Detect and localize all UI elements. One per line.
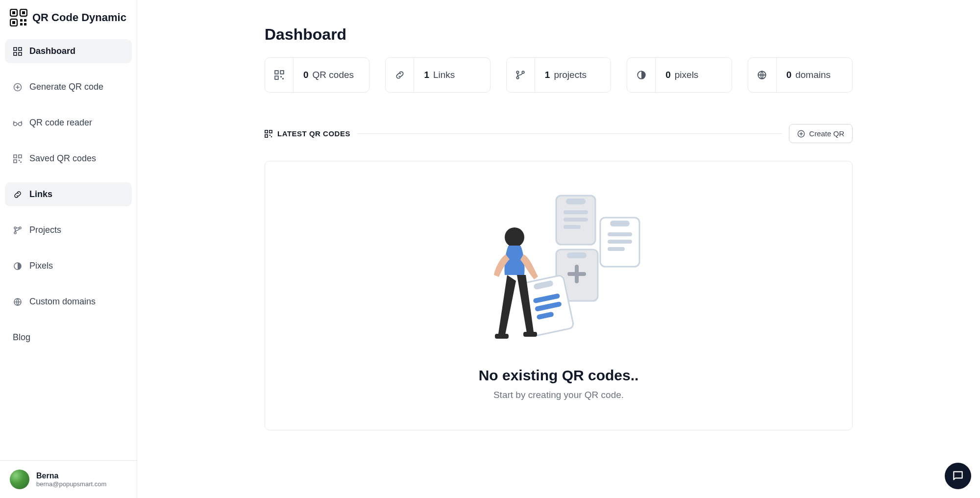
svg-rect-40 bbox=[270, 134, 270, 135]
stat-card-domains[interactable]: 0 domains bbox=[748, 57, 853, 93]
svg-rect-61 bbox=[495, 334, 509, 339]
svg-rect-31 bbox=[282, 78, 284, 79]
stat-label: pixels bbox=[675, 70, 699, 80]
sidebar-item-label: Projects bbox=[29, 225, 61, 235]
glasses-icon bbox=[13, 118, 23, 128]
contrast-icon bbox=[13, 261, 23, 271]
contrast-icon bbox=[627, 58, 656, 92]
user-email: berna@popupsmart.com bbox=[36, 480, 106, 488]
empty-state-card: No existing QR codes.. Start by creating… bbox=[265, 161, 853, 430]
sidebar-item-label: Blog bbox=[13, 332, 30, 343]
stat-value: 0 bbox=[786, 70, 792, 80]
svg-rect-45 bbox=[564, 210, 588, 214]
sidebar-item-generate-qr[interactable]: Generate QR code bbox=[5, 75, 132, 99]
sidebar-item-blog[interactable]: Blog bbox=[5, 325, 132, 349]
logo[interactable]: QR Code Dynamic bbox=[0, 0, 137, 35]
sidebar-item-pixels[interactable]: Pixels bbox=[5, 254, 132, 278]
sidebar-item-custom-domains[interactable]: Custom domains bbox=[5, 290, 132, 314]
chat-widget-button[interactable] bbox=[945, 463, 971, 489]
svg-rect-8 bbox=[20, 23, 23, 25]
svg-rect-7 bbox=[24, 19, 26, 22]
stat-value: 0 bbox=[303, 70, 309, 80]
logo-icon bbox=[10, 9, 27, 26]
stat-label: projects bbox=[554, 70, 587, 80]
logo-text: QR Code Dynamic bbox=[32, 11, 126, 24]
main-content: Dashboard 0 QR codes 1 Links bbox=[137, 0, 980, 498]
svg-rect-11 bbox=[19, 48, 22, 50]
svg-rect-49 bbox=[610, 221, 630, 226]
empty-state-illustration bbox=[470, 181, 647, 357]
svg-rect-50 bbox=[608, 232, 632, 236]
sidebar: QR Code Dynamic Dashboard Generate QR co… bbox=[0, 0, 137, 498]
stat-card-links[interactable]: 1 Links bbox=[385, 57, 490, 93]
svg-rect-20 bbox=[19, 160, 20, 161]
svg-rect-47 bbox=[564, 225, 581, 229]
branch-icon bbox=[507, 58, 535, 92]
stat-card-pixels[interactable]: 0 pixels bbox=[627, 57, 732, 93]
stat-card-qr-codes[interactable]: 0 QR codes bbox=[265, 57, 369, 93]
svg-rect-41 bbox=[271, 136, 272, 137]
svg-rect-52 bbox=[608, 247, 625, 251]
svg-rect-37 bbox=[265, 130, 268, 132]
avatar bbox=[10, 470, 29, 489]
stat-value: 0 bbox=[665, 70, 671, 80]
svg-rect-46 bbox=[564, 218, 588, 222]
svg-point-23 bbox=[14, 232, 16, 234]
stats-row: 0 QR codes 1 Links 1 projects bbox=[265, 57, 853, 93]
svg-rect-62 bbox=[523, 332, 537, 337]
svg-rect-54 bbox=[567, 252, 587, 258]
stat-card-projects[interactable]: 1 projects bbox=[506, 57, 611, 93]
sidebar-item-qr-reader[interactable]: QR code reader bbox=[5, 111, 132, 135]
create-qr-label: Create QR bbox=[809, 129, 844, 138]
empty-state-title: No existing QR codes.. bbox=[479, 367, 639, 384]
branch-icon bbox=[13, 225, 23, 235]
svg-rect-12 bbox=[14, 52, 17, 55]
svg-rect-51 bbox=[608, 240, 632, 244]
svg-point-33 bbox=[517, 76, 519, 78]
sidebar-item-saved-qr[interactable]: Saved QR codes bbox=[5, 147, 132, 171]
stat-label: QR codes bbox=[313, 70, 354, 80]
empty-state-subtitle: Start by creating your QR code. bbox=[493, 390, 624, 400]
svg-rect-1 bbox=[12, 11, 15, 14]
svg-rect-21 bbox=[21, 161, 22, 163]
sidebar-item-label: Generate QR code bbox=[29, 82, 103, 92]
user-name: Berna bbox=[36, 472, 106, 480]
divider bbox=[357, 133, 782, 134]
stat-value: 1 bbox=[545, 70, 550, 80]
svg-rect-6 bbox=[20, 19, 23, 22]
page-title: Dashboard bbox=[265, 25, 853, 44]
user-profile[interactable]: Berna berna@popupsmart.com bbox=[0, 460, 137, 498]
section-title-text: LATEST QR CODES bbox=[277, 129, 350, 138]
qr-icon bbox=[265, 58, 294, 92]
qr-icon bbox=[13, 154, 23, 164]
svg-rect-29 bbox=[275, 76, 278, 79]
link-icon bbox=[13, 190, 23, 199]
section-header: LATEST QR CODES Create QR bbox=[265, 124, 853, 143]
globe-icon bbox=[13, 297, 23, 307]
sidebar-item-dashboard[interactable]: Dashboard bbox=[5, 39, 132, 63]
svg-rect-19 bbox=[14, 160, 17, 163]
plus-circle-icon bbox=[797, 130, 805, 138]
sidebar-item-label: Custom domains bbox=[29, 297, 96, 307]
svg-rect-17 bbox=[14, 155, 17, 158]
svg-point-60 bbox=[505, 227, 524, 247]
svg-rect-9 bbox=[24, 23, 26, 25]
svg-point-34 bbox=[522, 71, 524, 73]
svg-rect-44 bbox=[566, 199, 586, 204]
create-qr-button[interactable]: Create QR bbox=[789, 124, 853, 143]
stat-label: Links bbox=[433, 70, 455, 80]
sidebar-nav: Dashboard Generate QR code QR code reade… bbox=[0, 35, 137, 460]
stat-value: 1 bbox=[424, 70, 429, 80]
sidebar-item-links[interactable]: Links bbox=[5, 182, 132, 206]
svg-rect-39 bbox=[265, 134, 268, 137]
svg-point-32 bbox=[517, 71, 519, 73]
sidebar-item-projects[interactable]: Projects bbox=[5, 218, 132, 242]
sidebar-item-label: QR code reader bbox=[29, 118, 92, 128]
svg-rect-5 bbox=[12, 21, 15, 24]
svg-rect-10 bbox=[14, 48, 17, 50]
svg-rect-13 bbox=[19, 52, 22, 55]
svg-rect-27 bbox=[275, 71, 278, 74]
plus-circle-icon bbox=[13, 82, 23, 92]
stat-label: domains bbox=[795, 70, 831, 80]
qr-icon bbox=[265, 130, 272, 138]
